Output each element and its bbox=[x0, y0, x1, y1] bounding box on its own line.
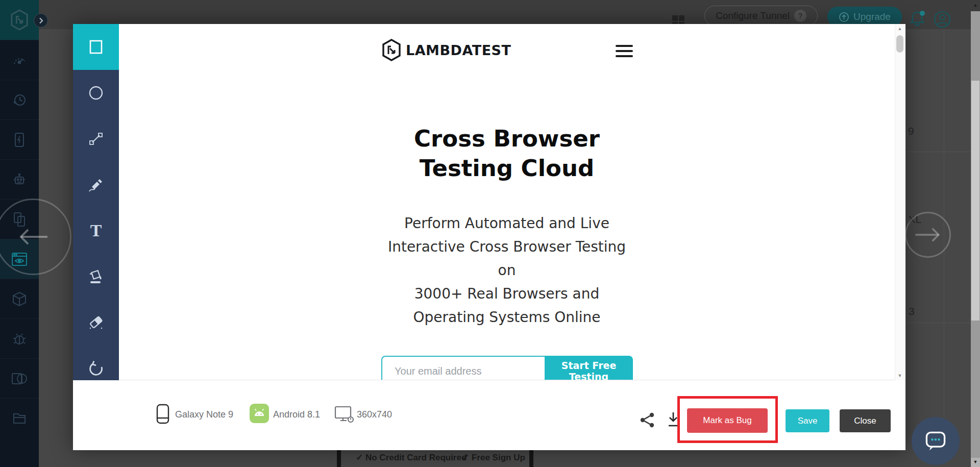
page-scrollbar[interactable]: ▲ ▼ bbox=[971, 0, 980, 467]
lambdatest-logo-icon[interactable] bbox=[0, 0, 39, 40]
close-button[interactable]: Close bbox=[840, 409, 891, 432]
page-logo: LAMBDATEST bbox=[381, 38, 511, 62]
rectangle-icon bbox=[88, 39, 104, 55]
bg-partial-text: 9 bbox=[908, 125, 914, 137]
sidebar-item-projects[interactable] bbox=[0, 398, 39, 438]
tool-text[interactable]: T bbox=[73, 208, 119, 254]
configure-tunnel-button[interactable]: Configure Tunnel ? bbox=[704, 6, 818, 26]
bg-partial-text: 3 bbox=[909, 305, 915, 317]
heading-line-1: Cross Browser bbox=[374, 124, 640, 154]
android-icon bbox=[250, 404, 269, 423]
bg-gridline bbox=[907, 152, 971, 152]
scrollbar-up-arrow[interactable]: ▲ bbox=[895, 26, 904, 31]
sidebar-expand-button[interactable] bbox=[34, 13, 48, 28]
text-tool-icon: T bbox=[90, 221, 102, 240]
page-subtext: Perform Automated and Live Interactive C… bbox=[364, 212, 650, 329]
page-heading: Cross Browser Testing Cloud bbox=[374, 124, 640, 183]
subtext-line: on bbox=[364, 259, 650, 282]
scroll-up-arrow[interactable]: ▲ bbox=[971, 0, 980, 11]
bg-gridline bbox=[907, 323, 971, 323]
chevron-right-icon bbox=[39, 17, 43, 24]
sidebar-item-compare[interactable] bbox=[0, 358, 39, 398]
resolution: 360x740 bbox=[357, 409, 392, 420]
subtext-line: Operating Systems Online bbox=[364, 306, 650, 329]
subtext-line: Perform Automated and Live bbox=[364, 212, 650, 235]
next-screenshot-button[interactable] bbox=[905, 212, 951, 258]
arrow-right-icon bbox=[914, 227, 942, 242]
user-avatar[interactable] bbox=[933, 10, 951, 31]
monitor-icon bbox=[334, 406, 355, 423]
device-name: Galaxy Note 9 bbox=[175, 409, 233, 420]
lambdatest-hexagon-icon bbox=[381, 38, 402, 62]
bg-check-text: ✓ Free Sign Up bbox=[462, 452, 525, 463]
sidebar-item-history[interactable] bbox=[0, 80, 39, 119]
captured-mobile-page: LAMBDATEST Cross Browser Testing Cloud P… bbox=[374, 24, 640, 380]
subtext-line: 3000+ Real Browsers and bbox=[364, 282, 650, 306]
save-button[interactable]: Save bbox=[786, 409, 829, 432]
os-name: Android 8.1 bbox=[273, 409, 320, 420]
screenshot-scrollbar-thumb[interactable] bbox=[896, 35, 903, 53]
scroll-down-arrow[interactable]: ▼ bbox=[971, 458, 980, 467]
heading-line-2: Testing Cloud bbox=[374, 154, 640, 183]
paint-bucket-icon bbox=[87, 268, 105, 285]
help-badge[interactable]: ? bbox=[794, 10, 806, 22]
download-icon[interactable] bbox=[666, 411, 680, 428]
page-scrollbar-thumb[interactable] bbox=[971, 81, 979, 321]
tool-fill[interactable] bbox=[73, 254, 119, 300]
configure-tunnel-label: Configure Tunnel bbox=[716, 10, 790, 21]
chat-bubble-icon bbox=[922, 428, 949, 454]
undo-icon bbox=[88, 360, 104, 377]
bg-phone-bezel bbox=[529, 450, 533, 467]
mark-as-bug-button[interactable]: Mark as Bug bbox=[687, 408, 768, 433]
subtext-line: Interactive Cross Browser Testing bbox=[364, 235, 650, 259]
notifications-bell-icon[interactable] bbox=[909, 9, 926, 30]
screenshot-editor-modal: T LAMBDATEST Cross Browser bbox=[73, 24, 905, 450]
start-free-testing-button[interactable]: Start Free Testing bbox=[545, 356, 633, 380]
hamburger-menu-icon[interactable] bbox=[616, 45, 633, 57]
tool-eraser[interactable] bbox=[73, 300, 119, 346]
scrollbar-down-arrow[interactable]: ▼ bbox=[895, 373, 904, 378]
sidebar-item-packages[interactable] bbox=[0, 279, 39, 318]
pencil-icon bbox=[88, 177, 104, 193]
eraser-icon bbox=[87, 314, 105, 331]
brand-name: LAMBDATEST bbox=[406, 42, 511, 58]
phone-icon bbox=[156, 404, 169, 424]
editor-footer: Galaxy Note 9 Android 8.1 360x740 Mark a… bbox=[73, 380, 905, 450]
bg-phone-bezel bbox=[337, 450, 341, 467]
chat-widget-button[interactable] bbox=[912, 417, 960, 465]
upgrade-arrow-icon bbox=[839, 12, 849, 22]
bg-check-text: ✓ No Credit Card Required bbox=[356, 452, 467, 463]
sidebar-item-speedometer[interactable] bbox=[0, 40, 39, 80]
tool-ellipse[interactable] bbox=[73, 70, 119, 116]
screenshot-scrollbar[interactable]: ▲ ▼ bbox=[895, 24, 904, 380]
email-input[interactable] bbox=[381, 356, 545, 380]
sidebar-item-mobile-lightning[interactable] bbox=[0, 119, 39, 159]
arrow-left-icon bbox=[17, 228, 50, 245]
share-icon[interactable] bbox=[640, 412, 655, 428]
screen: 9 3 XL 3 ✓ No Credit Card Required ✓ Fre… bbox=[0, 0, 980, 467]
tool-pencil[interactable] bbox=[73, 162, 119, 208]
upgrade-label: Upgrade bbox=[853, 11, 891, 22]
sidebar-item-bug[interactable] bbox=[0, 318, 39, 358]
line-icon bbox=[88, 131, 104, 146]
tool-line[interactable] bbox=[73, 116, 119, 162]
screenshot-viewport: LAMBDATEST Cross Browser Testing Cloud P… bbox=[119, 24, 905, 380]
tool-rectangle[interactable] bbox=[73, 24, 119, 70]
sidebar-item-robot[interactable] bbox=[0, 159, 39, 199]
circle-icon bbox=[88, 85, 104, 101]
